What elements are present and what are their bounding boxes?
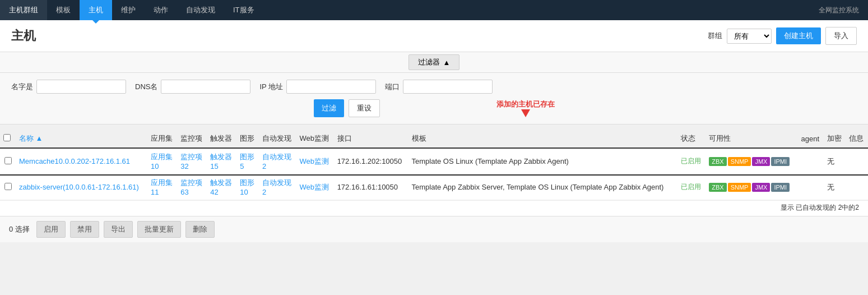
nav-item-host-group[interactable]: 主机群组 — [0, 0, 47, 20]
graph-link[interactable]: 图形10 — [240, 178, 254, 196]
group-select[interactable]: 所有 — [727, 29, 772, 44]
encrypt-cell: 无 — [824, 174, 846, 200]
col-header-info: 信息 — [846, 129, 868, 149]
top-navigation: 主机群组 模板 主机 维护 动作 自动发现 IT服务 全网监控系统 — [0, 0, 868, 20]
nav-item-action[interactable]: 动作 — [145, 0, 177, 20]
graph-cell: 图形10 — [236, 174, 259, 200]
filter-dns-input[interactable] — [161, 80, 250, 94]
filter-bar: 过滤器 ▲ — [0, 52, 868, 73]
host-table: 名称 ▲ 应用集 监控项 触发器 图形 自动发现 Web监测 接口 模板 状态 … — [0, 129, 868, 200]
info-cell — [846, 149, 868, 174]
host-name-link[interactable]: Memcache10.0.0.202-172.16.1.61 — [19, 157, 130, 165]
graph-link[interactable]: 图形5 — [240, 153, 254, 170]
annotation-text: 添加的主机已存在 — [496, 100, 555, 108]
row-checkbox[interactable] — [4, 183, 12, 190]
badge-jmx: JMX — [752, 157, 770, 166]
filter-dns-label: DNS名 — [135, 82, 157, 92]
filter-form: 名字是 DNS名 IP 地址 端口 过滤 重设 添加的主机已存在 — [0, 73, 868, 125]
filter-field-port: 端口 — [385, 80, 493, 94]
nav-item-host[interactable]: 主机 — [80, 0, 112, 20]
reset-button[interactable]: 重设 — [349, 99, 380, 117]
badge-ipmi: IPMI — [771, 157, 790, 166]
auto-discover-link[interactable]: 自动发现2 — [262, 153, 291, 170]
table-row: zabbix-server(10.0.0.61-172.16.1.61) 应用集… — [0, 174, 868, 200]
host-name-link[interactable]: zabbix-server(10.0.0.61-172.16.1.61) — [19, 183, 139, 191]
filter-toggle-label: 过滤器 — [418, 57, 440, 67]
graph-cell: 图形5 — [236, 149, 259, 174]
encrypt-cell: 无 — [824, 149, 846, 174]
trigger-link[interactable]: 触发器42 — [210, 178, 232, 196]
template-cell: Template App Zabbix Server, Template OS … — [409, 174, 678, 200]
badge-snmp: SNMP — [728, 183, 751, 192]
nav-item-maintenance[interactable]: 维护 — [112, 0, 145, 20]
badge-zbx: ZBX — [709, 183, 726, 192]
col-header-trigger: 触发器 — [207, 129, 236, 149]
select-all-header — [0, 129, 16, 149]
page-header: 主机 群组 所有 创建主机 导入 — [0, 20, 868, 52]
group-label: 群组 — [708, 31, 722, 41]
monitor-cell: 监控项32 — [177, 149, 207, 174]
filter-toggle-button[interactable]: 过滤器 ▲ — [409, 54, 460, 70]
nav-item-auto-discover[interactable]: 自动发现 — [177, 0, 224, 20]
availability-cell: ZBXSNMPJMXIPMI — [705, 174, 797, 200]
monitor-link[interactable]: 监控项63 — [180, 178, 202, 196]
col-header-status: 状态 — [677, 129, 705, 149]
agent-cell — [797, 174, 823, 200]
badge-ipmi: IPMI — [771, 183, 790, 192]
col-header-monitor: 监控项 — [177, 129, 207, 149]
filter-name-input[interactable] — [36, 80, 126, 94]
filter-name-label: 名字是 — [11, 82, 33, 92]
filter-ip-input[interactable] — [286, 80, 376, 94]
app-set-link[interactable]: 应用集11 — [151, 178, 173, 196]
table-row: Memcache10.0.0.202-172.16.1.61 应用集10 监控项… — [0, 149, 868, 174]
filter-port-input[interactable] — [403, 80, 493, 94]
app-set-link[interactable]: 应用集10 — [151, 153, 173, 170]
status-cell: 已启用 — [677, 149, 705, 174]
filter-button[interactable]: 过滤 — [314, 99, 344, 117]
col-header-app-set: 应用集 — [147, 129, 177, 149]
host-name-cell: zabbix-server(10.0.0.61-172.16.1.61) — [16, 174, 147, 200]
interface-cell: 172.16.1.202:10050 — [334, 149, 409, 174]
bulk-update-button[interactable]: 批量更新 — [137, 221, 181, 238]
encrypt-value: 无 — [827, 183, 834, 191]
pagination-text: 显示 已自动发现的 2中的2 — [781, 204, 859, 211]
table-body: Memcache10.0.0.202-172.16.1.61 应用集10 监控项… — [0, 149, 868, 200]
status-value: 已启用 — [681, 157, 701, 165]
select-count: 0 选择 — [9, 224, 30, 234]
annotation-arrow — [521, 109, 530, 117]
col-header-interface: 接口 — [334, 129, 409, 149]
table-footer: 显示 已自动发现的 2中的2 — [0, 200, 868, 216]
app-set-cell: 应用集10 — [147, 149, 177, 174]
info-cell — [846, 174, 868, 200]
col-header-name[interactable]: 名称 ▲ — [16, 129, 147, 149]
monitor-link[interactable]: 监控项32 — [180, 153, 202, 170]
badge-jmx: JMX — [752, 183, 770, 192]
encrypt-value: 无 — [827, 157, 834, 165]
filter-field-ip: IP 地址 — [259, 80, 376, 94]
col-header-availability: 可用性 — [705, 129, 797, 149]
status-value: 已启用 — [681, 183, 701, 191]
auto-discover-cell: 自动发现2 — [259, 149, 296, 174]
template-cell: Template OS Linux (Template App Zabbix A… — [409, 149, 678, 174]
auto-discover-link[interactable]: 自动发现2 — [262, 178, 291, 196]
web-monitor-link[interactable]: Web监测 — [300, 183, 329, 191]
disable-button[interactable]: 禁用 — [70, 221, 99, 238]
create-host-button[interactable]: 创建主机 — [776, 27, 821, 44]
filter-actions: 过滤 重设 添加的主机已存在 — [11, 99, 857, 117]
annotation: 添加的主机已存在 — [496, 99, 555, 117]
app-title: 全网监控系统 — [810, 0, 868, 20]
nav-item-it-service[interactable]: IT服务 — [224, 0, 263, 20]
monitor-cell: 监控项63 — [177, 174, 207, 200]
delete-button[interactable]: 删除 — [185, 221, 215, 238]
row-checkbox[interactable] — [4, 157, 12, 164]
export-button[interactable]: 导出 — [104, 221, 133, 238]
import-button[interactable]: 导入 — [825, 27, 857, 45]
select-all-checkbox[interactable] — [3, 134, 11, 141]
host-name-cell: Memcache10.0.0.202-172.16.1.61 — [16, 149, 147, 174]
web-monitor-link[interactable]: Web监测 — [300, 157, 329, 165]
enable-button[interactable]: 启用 — [36, 221, 66, 238]
filter-ip-label: IP 地址 — [259, 82, 283, 92]
auto-discover-cell: 自动发现2 — [259, 174, 296, 200]
trigger-link[interactable]: 触发器15 — [210, 153, 232, 170]
nav-item-template[interactable]: 模板 — [47, 0, 80, 20]
